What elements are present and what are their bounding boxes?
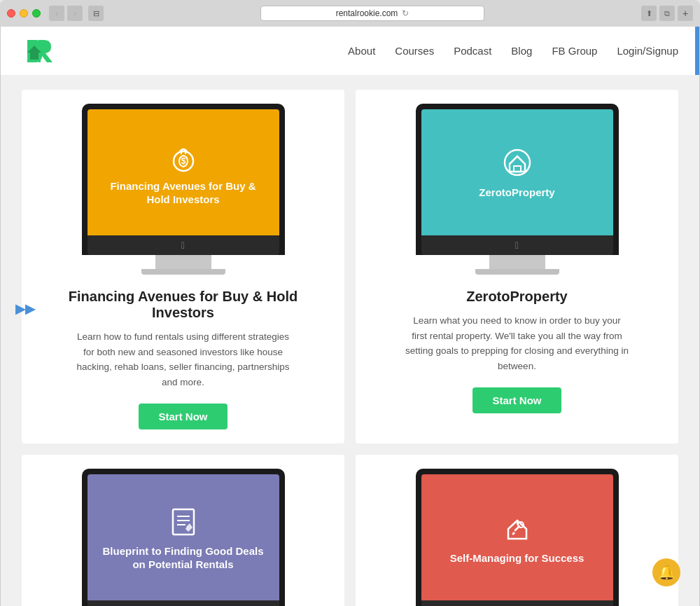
start-btn-financing[interactable]: Start Now: [139, 404, 227, 429]
site-logo: [22, 33, 58, 69]
nav-courses[interactable]: Courses: [395, 45, 434, 57]
traffic-lights: [7, 9, 41, 18]
card-title-financing: Financing Avenues for Buy & Hold Investo…: [36, 289, 330, 321]
card-desc-zerotoproperty: Learn what you need to know in order to …: [405, 313, 629, 373]
notification-bell[interactable]: 🔔: [652, 558, 680, 586]
imac-chin-zerotoproperty: : [421, 235, 613, 255]
imac-screen-blueprint: Blueprint to Finding Good Deals on Poten…: [88, 474, 279, 600]
apple-logo-financing: : [181, 240, 185, 251]
nav-right-accent: [695, 27, 699, 75]
svg-rect-5: [173, 509, 194, 535]
nav-blog[interactable]: Blog: [511, 45, 532, 57]
imac-chin-financing: : [88, 235, 279, 255]
address-bar-container: rentalrookie.com ↻: [109, 6, 636, 21]
browser-actions: ⬆ ⧉ +: [641, 6, 693, 21]
new-tab-button[interactable]: +: [678, 6, 693, 21]
nav-about[interactable]: About: [348, 45, 375, 57]
imac-stand-bottom-zerotoproperty: [475, 269, 559, 275]
imac-screen-outer-financing: $ Financing Avenues for Buy & Hold Inves…: [82, 104, 285, 255]
browser-titlebar: ‹ › ⊟ rentalrookie.com ↻ ⬆ ⧉ +: [0, 0, 700, 27]
minimize-button[interactable]: [20, 9, 28, 18]
apple-logo-zerotoproperty: : [515, 240, 519, 251]
blueprint-icon: [166, 504, 201, 539]
imac-stand-top-financing: [155, 255, 211, 269]
imac-screen-outer-zerotoproperty: ZerotoProperty : [416, 104, 619, 255]
logo-area[interactable]: [22, 33, 58, 69]
nav-fb-group[interactable]: FB Group: [552, 45, 597, 57]
imac-screen-outer-self-managing: Self-Managing for Success : [416, 469, 619, 606]
screen-title-zerotoproperty: ZerotoProperty: [468, 186, 566, 200]
imac-stand-top-zerotoproperty: [489, 255, 545, 269]
maximize-button[interactable]: [32, 9, 41, 18]
forward-button[interactable]: ›: [67, 6, 83, 21]
course-grid: $ Financing Avenues for Buy & Hold Inves…: [22, 90, 678, 606]
nav-links: About Courses Podcast Blog FB Group Logi…: [348, 45, 678, 57]
money-bag-icon: $: [166, 139, 201, 174]
address-bar[interactable]: rentalrookie.com ↻: [260, 6, 484, 21]
duplicate-button[interactable]: ⧉: [659, 6, 675, 21]
imac-screen-outer-blueprint: Blueprint to Finding Good Deals on Poten…: [82, 469, 285, 606]
imac-chin-blueprint: : [88, 600, 279, 606]
imac-stand-bottom-financing: [141, 269, 225, 275]
tab-view-button[interactable]: ⊟: [88, 6, 104, 21]
imac-chin-self-managing: : [421, 600, 613, 606]
imac-financing: $ Financing Avenues for Buy & Hold Inves…: [82, 104, 285, 275]
course-card-self-managing: Self-Managing for Success  Self-Managin…: [356, 455, 678, 606]
imac-zerotoproperty: ZerotoProperty : [416, 104, 619, 275]
card-title-zerotoproperty: ZerotoProperty: [466, 289, 567, 305]
close-button[interactable]: [7, 9, 15, 18]
imac-blueprint: Blueprint to Finding Good Deals on Poten…: [82, 469, 285, 606]
course-card-blueprint: Blueprint to Finding Good Deals on Poten…: [22, 455, 344, 606]
navbar: About Courses Podcast Blog FB Group Logi…: [1, 27, 699, 76]
screen-title-blueprint: Blueprint to Finding Good Deals on Poten…: [88, 544, 279, 572]
back-button[interactable]: ‹: [49, 6, 64, 21]
tools-icon: [500, 511, 535, 546]
card-desc-financing: Learn how to fund rentals using differen…: [71, 329, 295, 390]
sidebar-arrows[interactable]: ▶▶: [15, 301, 35, 317]
svg-text:$: $: [181, 156, 186, 166]
bell-icon: 🔔: [658, 564, 676, 581]
imac-screen-zerotoproperty: ZerotoProperty: [421, 109, 613, 235]
website-content: About Courses Podcast Blog FB Group Logi…: [0, 27, 700, 606]
start-btn-zerotoproperty[interactable]: Start Now: [472, 387, 561, 413]
browser-window: ‹ › ⊟ rentalrookie.com ↻ ⬆ ⧉ +: [0, 0, 700, 27]
main-content: $ Financing Avenues for Buy & Hold Inves…: [1, 76, 699, 606]
share-button[interactable]: ⬆: [641, 6, 657, 21]
screen-title-financing: Financing Avenues for Buy & Hold Investo…: [88, 179, 279, 207]
nav-podcast[interactable]: Podcast: [454, 45, 491, 57]
imac-self-managing: Self-Managing for Success : [416, 469, 619, 606]
browser-navigation: ‹ ›: [49, 6, 83, 21]
course-card-financing: $ Financing Avenues for Buy & Hold Inves…: [22, 90, 344, 443]
url-text: rentalrookie.com: [336, 8, 398, 18]
screen-title-self-managing: Self-Managing for Success: [439, 551, 596, 565]
nav-login[interactable]: Login/Signup: [617, 45, 678, 57]
refresh-icon[interactable]: ↻: [402, 8, 409, 18]
course-card-zerotoproperty: ZerotoProperty  ZerotoProperty Learn wh…: [356, 90, 678, 443]
imac-screen-financing: $ Financing Avenues for Buy & Hold Inves…: [88, 109, 279, 235]
imac-screen-self-managing: Self-Managing for Success: [421, 474, 613, 600]
house-icon: [500, 145, 535, 180]
